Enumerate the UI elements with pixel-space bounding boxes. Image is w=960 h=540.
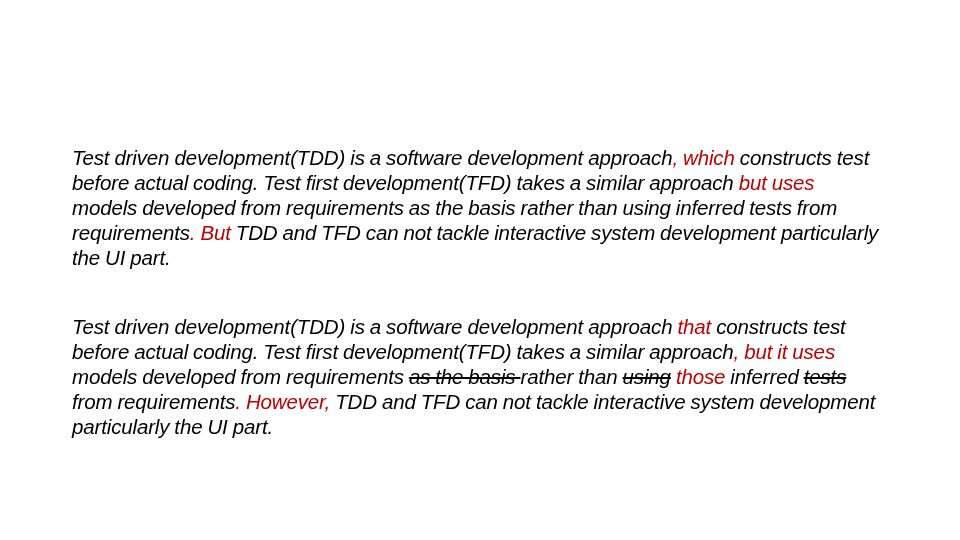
text: rather than xyxy=(521,365,623,388)
edit-insert: . But xyxy=(190,221,231,244)
edit-insert: that xyxy=(678,315,712,338)
edit-delete: using xyxy=(623,365,671,388)
paragraph-revised: Test driven development(TDD) is a softwa… xyxy=(72,314,880,439)
text: Test driven development(TDD) is a softwa… xyxy=(72,315,678,338)
text: Test driven development(TDD) is a softwa… xyxy=(72,146,672,169)
edit-delete: tests xyxy=(804,365,847,388)
slide: Test driven development(TDD) is a softwa… xyxy=(0,0,960,540)
edit-insert: . However, xyxy=(235,390,330,413)
paragraph-original: Test driven development(TDD) is a softwa… xyxy=(72,145,880,270)
edit-delete: as the basis xyxy=(409,365,521,388)
text: inferred xyxy=(725,365,803,388)
edit-insert: those xyxy=(676,365,725,388)
edit-insert: , but it uses xyxy=(734,340,835,363)
edit-insert: but uses xyxy=(739,171,815,194)
edit-insert: , which xyxy=(672,146,734,169)
text: models developed from requirements xyxy=(72,365,409,388)
text: from requirements xyxy=(72,390,235,413)
